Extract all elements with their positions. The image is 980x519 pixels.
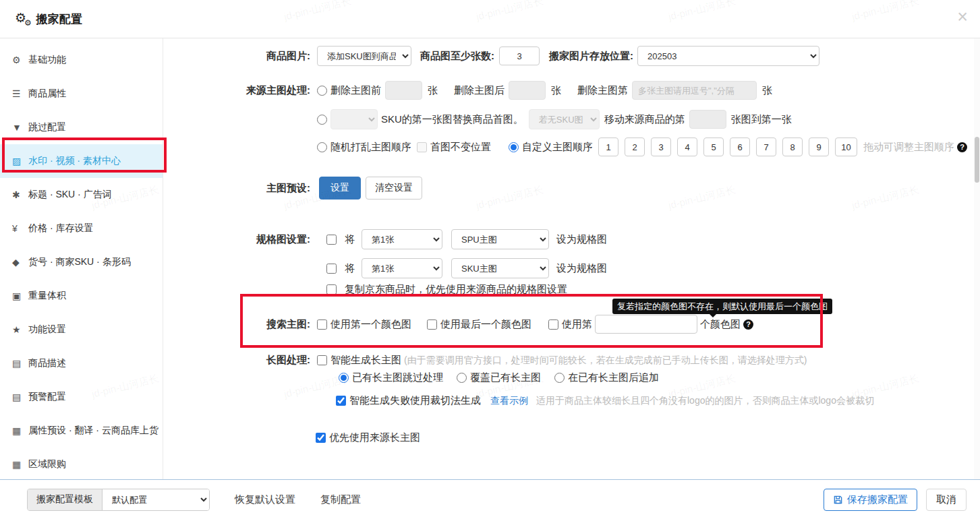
- min-count-label: 商品图至少张数:: [420, 50, 494, 63]
- sidebar-item-attributes[interactable]: ☰商品属性: [0, 77, 163, 111]
- sidebar-item-label: 预警配置: [28, 391, 66, 403]
- sidebar: ⚙基础功能 ☰商品属性 ▼跳过配置 ▨水印 · 视频 · 素材中心 ✱标题 · …: [0, 38, 163, 479]
- sidebar-item-skip[interactable]: ▼跳过配置: [0, 111, 163, 144]
- crop-fallback-checkbox[interactable]: [336, 396, 346, 406]
- storage-folder-select[interactable]: 202503: [637, 46, 819, 66]
- nth-color-suffix-label: 个颜色图: [700, 318, 741, 331]
- sidebar-item-watermark-video-material[interactable]: ▨水印 · 视频 · 素材中心: [0, 144, 163, 178]
- template-select[interactable]: 默认配置: [103, 489, 209, 510]
- delete-after-label: 删除主图后: [454, 84, 505, 97]
- delete-after-input[interactable]: [509, 81, 546, 100]
- delete-nth-input[interactable]: [632, 81, 757, 100]
- spec-copy-jd-checkbox[interactable]: [326, 284, 337, 295]
- help-icon[interactable]: ?: [743, 319, 753, 330]
- overwrite-existing-radio[interactable]: [457, 373, 467, 383]
- shuffle-order-radio[interactable]: [317, 142, 327, 152]
- sidebar-item-region-limit[interactable]: ▦区域限购: [0, 448, 163, 481]
- spec-spu-checkbox[interactable]: [326, 235, 337, 245]
- spec-suffix-label: 设为规格图: [556, 262, 607, 275]
- sidebar-item-label: 基础功能: [28, 54, 66, 66]
- sidebar-item-function-settings[interactable]: ★功能设置: [0, 313, 163, 346]
- order-input-9[interactable]: [809, 138, 829, 156]
- sidebar-item-title-sku-adwords[interactable]: ✱标题 · SKU · 广告词: [0, 178, 163, 212]
- custom-order-label: 自定义主图顺序: [522, 141, 593, 154]
- preset-set-button[interactable]: 设置: [319, 177, 361, 200]
- view-example-link[interactable]: 查看示例: [490, 395, 528, 407]
- spec-type-select-1[interactable]: SPU主图: [451, 229, 549, 249]
- sidebar-item-warning-config[interactable]: ▤预警配置: [0, 380, 163, 414]
- skip-existing-radio[interactable]: [339, 373, 349, 383]
- sidebar-item-weight-volume[interactable]: ▣重量体积: [0, 279, 163, 313]
- order-input-1[interactable]: [598, 138, 618, 156]
- spec-pre-label: 将: [345, 233, 355, 246]
- sidebar-item-attr-preset-translate[interactable]: ▦属性预设 · 翻译 · 云商品库上货: [0, 414, 163, 448]
- save-button-label: 保存搬家配置: [847, 493, 908, 506]
- spec-position-select-1[interactable]: 第1张: [362, 229, 442, 249]
- help-icon[interactable]: ?: [957, 142, 967, 152]
- order-input-3[interactable]: [651, 138, 671, 156]
- nth-color-checkbox[interactable]: [548, 319, 558, 330]
- config-form: 商品图片: 添加SKU图到商品 商品图至少张数: 搬家图片存放位置: 20250…: [164, 38, 974, 479]
- nth-color-input[interactable]: [595, 315, 697, 334]
- order-input-7[interactable]: [756, 138, 776, 156]
- sidebar-item-basic[interactable]: ⚙基础功能: [0, 43, 163, 77]
- last-color-checkbox[interactable]: [427, 319, 437, 330]
- spec-position-select-2[interactable]: 第1张: [362, 258, 442, 278]
- row-source-main-image: 来源主图处理: 删除主图前 张 删除主图后 张 删除主图第 张: [164, 81, 772, 100]
- order-input-8[interactable]: [782, 138, 803, 156]
- document-icon: ▤: [12, 392, 28, 402]
- order-input-10[interactable]: [835, 138, 857, 156]
- sidebar-item-label: 价格 · 库存设置: [28, 222, 93, 235]
- append-after-radio[interactable]: [554, 373, 565, 383]
- no-sku-fallback-select[interactable]: 若无SKU图: [529, 109, 600, 129]
- scrollbar-track[interactable]: [974, 38, 980, 479]
- delete-before-input[interactable]: [385, 81, 422, 100]
- move-suffix-label: 张图到第一张: [731, 113, 792, 126]
- long-image-note: (由于需要调用官方接口，处理时间可能较长，若在生成完成前已手动上传长图，请选择处…: [404, 355, 807, 367]
- custom-order-radio[interactable]: [509, 142, 519, 152]
- copy-config-button[interactable]: 复制配置: [320, 493, 361, 506]
- sidebar-item-label: 商品属性: [28, 88, 66, 100]
- scrollbar-thumb[interactable]: [975, 137, 979, 183]
- sku-replace-radio[interactable]: [317, 115, 327, 125]
- row-sku-first-image: SKU的第一张图替换商品首图。 若无SKU图 移动来源商品的第 张图到第一张: [164, 109, 792, 129]
- spec-suffix-label: 设为规格图: [556, 233, 607, 246]
- nth-color-label: 使用第: [562, 318, 592, 331]
- order-input-2[interactable]: [625, 138, 645, 156]
- row-label: 规格图设置:: [164, 233, 310, 246]
- keep-first-checkbox[interactable]: [417, 142, 427, 152]
- order-input-4[interactable]: [677, 138, 697, 156]
- preset-clear-button[interactable]: 清空设置: [366, 177, 422, 200]
- row-label: 长图处理:: [164, 354, 310, 367]
- crop-fallback-label: 智能生成失败使用裁切法生成: [349, 394, 481, 407]
- spec-type-select-2[interactable]: SKU主图: [451, 258, 549, 278]
- order-input-6[interactable]: [730, 138, 750, 156]
- restore-defaults-button[interactable]: 恢复默认设置: [235, 493, 295, 506]
- sidebar-item-price-stock[interactable]: ¥价格 · 库存设置: [0, 212, 163, 245]
- unit-label: 张: [551, 84, 561, 97]
- delete-images-radio[interactable]: [317, 86, 327, 96]
- star-icon: ★: [12, 324, 28, 335]
- sku-image-mode-select[interactable]: 添加SKU图到商品: [317, 46, 411, 66]
- image-icon: ▨: [12, 156, 28, 166]
- sidebar-item-label: 区域限购: [28, 458, 66, 470]
- last-color-label: 使用最后一个颜色图: [440, 318, 531, 331]
- row-spec-image-1: 规格图设置: 将 第1张 SPU主图 设为规格图: [164, 229, 607, 249]
- sidebar-item-itemno-sku-barcode[interactable]: ◆货号 · 商家SKU · 条形码: [0, 245, 163, 279]
- prefer-source-long-checkbox[interactable]: [316, 433, 326, 443]
- delete-nth-label: 删除主图第: [577, 84, 628, 97]
- first-color-checkbox[interactable]: [317, 319, 327, 330]
- row-label: 来源主图处理:: [164, 84, 310, 97]
- min-count-input[interactable]: [499, 47, 540, 65]
- move-nth-input[interactable]: [689, 110, 726, 129]
- save-config-button[interactable]: 保存搬家配置: [824, 489, 917, 511]
- smart-long-image-checkbox[interactable]: [317, 355, 327, 365]
- sku-position-select[interactable]: [330, 109, 378, 129]
- close-icon[interactable]: ×: [957, 8, 968, 26]
- document-icon: ▤: [12, 358, 28, 369]
- cancel-button[interactable]: 取消: [926, 489, 967, 511]
- delete-before-label: 删除主图前: [330, 84, 381, 97]
- sidebar-item-product-description[interactable]: ▤商品描述: [0, 346, 163, 380]
- spec-sku-checkbox[interactable]: [326, 264, 337, 274]
- order-input-5[interactable]: [703, 138, 724, 156]
